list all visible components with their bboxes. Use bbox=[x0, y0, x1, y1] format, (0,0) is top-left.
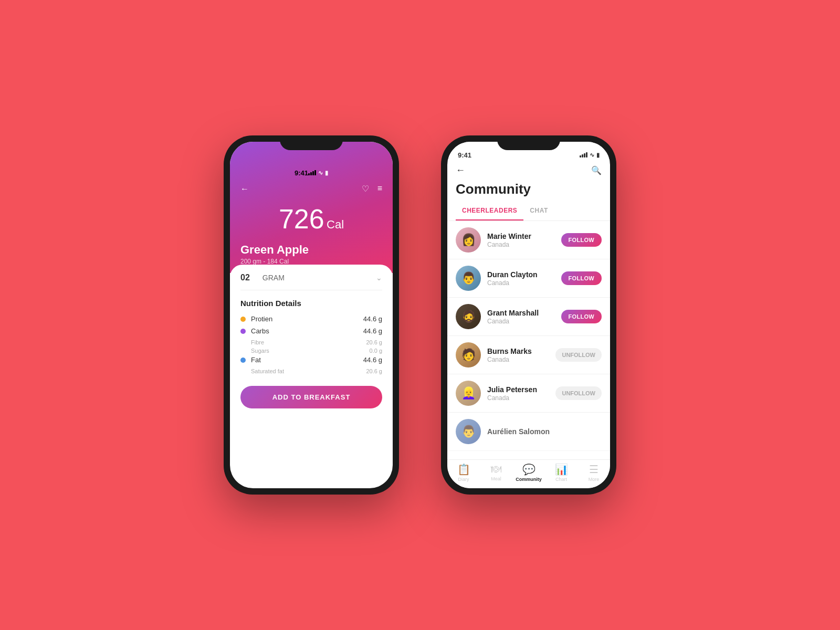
chevron-down-icon[interactable]: ⌄ bbox=[376, 274, 382, 282]
avatar-face-marie: 👩 bbox=[456, 227, 481, 253]
user-info-aurelien: Aurélien Salomon bbox=[487, 427, 602, 436]
user-info-grant: Grant Marshall Canada bbox=[487, 309, 561, 325]
nutrition-fat-row: Fat 44.6 g bbox=[240, 356, 382, 364]
user-country-burns: Canada bbox=[487, 356, 555, 363]
follow-button-marie[interactable]: FOLLOW bbox=[561, 233, 602, 247]
phone-nutrition: 9:41 ∿ ▮ ← ♡ ≡ bbox=[224, 135, 399, 495]
avatar-duran: 👨 bbox=[456, 266, 481, 291]
avatar-face-julia: 👱‍♀️ bbox=[456, 381, 481, 406]
user-info-duran: Duran Clayton Canada bbox=[487, 270, 561, 287]
carbs-sugars-row: Sugars 0.0 g bbox=[240, 348, 382, 354]
user-item-burns: 🧑 Burns Marks Canada UNFOLLOW bbox=[447, 336, 610, 374]
user-name-aurelien: Aurélien Salomon bbox=[487, 427, 602, 436]
avatar-aurelien: 👨 bbox=[456, 419, 481, 444]
notch-community bbox=[497, 135, 560, 150]
user-name-grant: Grant Marshall bbox=[487, 309, 561, 317]
more-label: More bbox=[589, 477, 600, 482]
meal-label: Meal bbox=[491, 476, 501, 481]
fibre-value: 20.6 g bbox=[366, 339, 382, 345]
nav-item-meal[interactable]: 🍽 Meal bbox=[480, 463, 512, 482]
sugars-label: Sugars bbox=[251, 348, 269, 354]
add-to-breakfast-button[interactable]: ADD TO BREAKFAST bbox=[240, 386, 382, 408]
nutrition-section-title: Nutrition Details bbox=[240, 299, 382, 308]
avatar-grant: 🧔 bbox=[456, 304, 481, 329]
follow-button-grant[interactable]: FOLLOW bbox=[561, 310, 602, 323]
diary-icon: 📋 bbox=[457, 463, 470, 476]
nutrition-header: 9:41 ∿ ▮ ← ♡ ≡ bbox=[230, 142, 393, 273]
user-name-julia: Julia Petersen bbox=[487, 385, 555, 394]
notch bbox=[280, 135, 343, 150]
community-nav-label: Community bbox=[516, 477, 542, 482]
user-country-marie: Canada bbox=[487, 241, 561, 248]
gram-selector[interactable]: 02 GRAM ⌄ bbox=[240, 273, 382, 290]
nav-item-chart[interactable]: 📊 Chart bbox=[545, 463, 578, 482]
avatar-burns: 🧑 bbox=[456, 342, 481, 368]
user-name-duran: Duran Clayton bbox=[487, 270, 561, 279]
phone-screen: 9:41 ∿ ▮ ← ♡ ≡ bbox=[230, 142, 393, 488]
user-name-marie: Marie Winter bbox=[487, 232, 561, 240]
user-item-julia: 👱‍♀️ Julia Petersen Canada UNFOLLOW bbox=[447, 374, 610, 413]
calorie-number: 726 bbox=[279, 204, 324, 234]
nav-item-diary[interactable]: 📋 Diary bbox=[447, 463, 480, 482]
saturated-fat-label: Saturated fat bbox=[251, 368, 284, 374]
user-item-grant: 🧔 Grant Marshall Canada FOLLOW bbox=[447, 298, 610, 336]
battery-icon: ▮ bbox=[325, 170, 328, 176]
signal-icon bbox=[308, 170, 316, 175]
unfollow-button-burns[interactable]: UNFOLLOW bbox=[555, 348, 602, 362]
unfollow-button-julia[interactable]: UNFOLLOW bbox=[555, 386, 602, 400]
protein-dot bbox=[240, 317, 246, 322]
filter-icon[interactable]: ≡ bbox=[377, 184, 382, 194]
sugars-value: 0.0 g bbox=[370, 348, 382, 354]
user-country-grant: Canada bbox=[487, 318, 561, 325]
community-signal-icon bbox=[580, 152, 587, 158]
avatar-face-burns: 🧑 bbox=[456, 342, 481, 368]
calorie-unit: Cal bbox=[327, 218, 344, 231]
user-country-duran: Canada bbox=[487, 279, 561, 287]
user-item-aurelien: 👨 Aurélien Salomon bbox=[447, 413, 610, 451]
nutrition-body: 02 GRAM ⌄ Nutrition Details Protien 44.6… bbox=[230, 265, 393, 417]
back-icon[interactable]: ← bbox=[240, 184, 249, 194]
community-search-button[interactable]: 🔍 bbox=[591, 165, 602, 175]
status-icons: ∿ ▮ bbox=[308, 170, 328, 176]
carbs-dot bbox=[240, 329, 246, 334]
carbs-value: 44.6 g bbox=[363, 327, 382, 335]
user-list: 👩 Marie Winter Canada FOLLOW 👨 Duran Cla… bbox=[447, 221, 610, 459]
gram-left-group: 02 GRAM bbox=[240, 273, 285, 282]
fat-saturated-row: Saturated fat 20.6 g bbox=[240, 368, 382, 374]
food-subtitle: 200 gm - 184 Cal bbox=[240, 258, 382, 265]
tab-cheerleaders[interactable]: CHEERLEADERS bbox=[456, 203, 523, 220]
fibre-label: Fibre bbox=[251, 339, 264, 345]
user-info-marie: Marie Winter Canada bbox=[487, 232, 561, 248]
fat-label: Fat bbox=[251, 356, 363, 364]
phone-community: 9:41 ∿ ▮ ← 🔍 Community bbox=[441, 135, 616, 495]
user-item-marie: 👩 Marie Winter Canada FOLLOW bbox=[447, 221, 610, 259]
saturated-fat-value: 20.6 g bbox=[366, 368, 382, 374]
avatar-marie: 👩 bbox=[456, 227, 481, 253]
user-info-julia: Julia Petersen Canada bbox=[487, 385, 555, 402]
avatar-face-duran: 👨 bbox=[456, 266, 481, 291]
user-item-duran: 👨 Duran Clayton Canada FOLLOW bbox=[447, 259, 610, 298]
protein-value: 44.6 g bbox=[363, 315, 382, 323]
community-topbar: ← 🔍 bbox=[447, 161, 610, 179]
status-bar: 9:41 ∿ ▮ bbox=[284, 161, 339, 180]
community-wifi-icon: ∿ bbox=[590, 152, 594, 159]
favorite-icon[interactable]: ♡ bbox=[362, 184, 369, 194]
community-status-icons: ∿ ▮ bbox=[580, 152, 600, 159]
wifi-icon: ∿ bbox=[318, 170, 323, 176]
community-screen: 9:41 ∿ ▮ ← 🔍 Community bbox=[447, 142, 610, 488]
community-status-time: 9:41 bbox=[458, 151, 471, 159]
follow-button-duran[interactable]: FOLLOW bbox=[561, 271, 602, 285]
tab-chat[interactable]: CHAT bbox=[523, 203, 554, 220]
nav-item-community[interactable]: 💬 Community bbox=[512, 463, 545, 482]
bottom-nav: 📋 Diary 🍽 Meal 💬 Community 📊 Chart ☰ bbox=[447, 459, 610, 488]
meal-icon: 🍽 bbox=[491, 463, 501, 475]
nutrition-carbs-row: Carbs 44.6 g bbox=[240, 327, 382, 335]
community-back-button[interactable]: ← bbox=[456, 165, 465, 176]
user-name-burns: Burns Marks bbox=[487, 347, 555, 355]
avatar-face-aurelien: 👨 bbox=[456, 419, 481, 444]
nav-item-more[interactable]: ☰ More bbox=[578, 463, 610, 482]
protein-label: Protien bbox=[251, 315, 363, 323]
chart-label: Chart bbox=[555, 477, 567, 482]
gram-number: 02 bbox=[240, 273, 250, 282]
status-time: 9:41 bbox=[295, 169, 308, 177]
